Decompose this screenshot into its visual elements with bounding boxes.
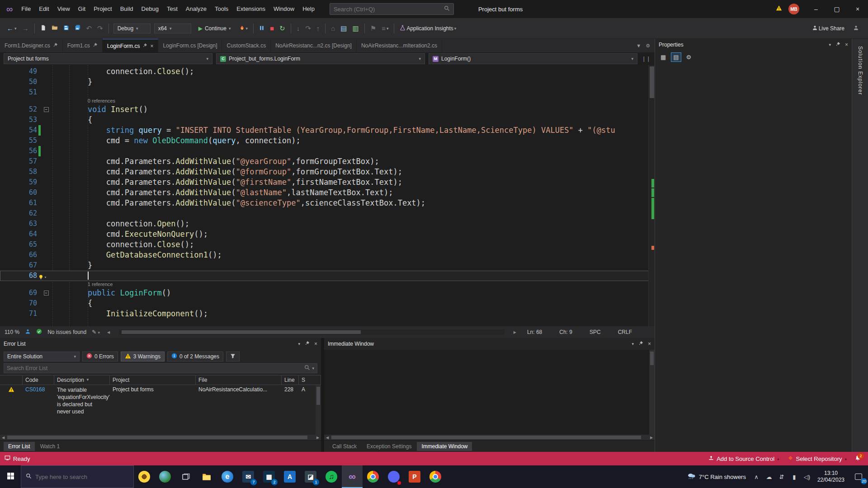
error-list-vertical-scrollbar[interactable] (316, 385, 321, 435)
code-editor[interactable]: 49 connection.Close();50 }510 references… (0, 65, 655, 326)
powerpoint[interactable]: P (404, 465, 425, 488)
column-header-Project[interactable]: Project (110, 375, 196, 385)
menu-view[interactable]: View (53, 0, 74, 18)
notification-warning-icon[interactable] (776, 5, 782, 13)
breakpoint-margin[interactable] (0, 250, 16, 260)
breakpoint-margin[interactable] (0, 66, 16, 77)
code-line-59[interactable]: 59 cmd.Parameters.AddWithValue("@firstNa… (0, 177, 655, 188)
chevron-down-icon[interactable]: ▾ (829, 42, 831, 47)
chevron-down-icon[interactable]: ▾ (312, 366, 314, 371)
immediate-window-input-area[interactable] (324, 350, 655, 435)
navigate-forward-button[interactable]: → (20, 23, 31, 34)
member-dropdown[interactable]: M LoginForm()▾ (429, 53, 637, 64)
tab-form1-cs[interactable]: Form1.cs (63, 39, 103, 52)
platform-dropdown[interactable]: x64▾ (154, 23, 191, 33)
send-feedback-icon[interactable] (853, 25, 859, 32)
pin-icon[interactable] (142, 43, 147, 49)
split-editor-icon[interactable]: ❘❘ (641, 56, 651, 62)
column-header-S[interactable]: S (299, 375, 321, 385)
code-line-55[interactable]: 55 cmd = new OleDbCommand(query, connect… (0, 136, 655, 146)
panel-tab-call-stack[interactable]: Call Stack (328, 442, 361, 451)
mail-app[interactable]: ✉7 (238, 465, 259, 488)
menu-project[interactable]: Project (90, 0, 116, 18)
start-button[interactable] (0, 465, 21, 488)
code-line-63[interactable]: 63 connection.Open(); (0, 219, 655, 229)
breakpoint-margin[interactable] (0, 87, 16, 98)
tab-noairresistanc-miteration2-cs[interactable]: NoAirResistanc...mIteration2.cs (357, 39, 442, 52)
panel-tab-error-list[interactable]: Error List (4, 442, 35, 451)
chevron-down-icon[interactable]: ▾ (632, 342, 634, 346)
app-az[interactable]: A (279, 465, 300, 488)
immediate-vertical-scrollbar[interactable] (649, 350, 655, 435)
redo-button[interactable]: ↷ (95, 23, 105, 34)
breakpoint-margin[interactable] (0, 271, 16, 281)
breakpoint-margin[interactable] (0, 219, 16, 229)
code-line-53[interactable]: 53 { (0, 115, 655, 125)
restart-button[interactable]: ↻ (277, 23, 288, 34)
tab-loginform-cs-design-[interactable]: LoginForm.cs [Design] (158, 39, 222, 52)
breakpoint-margin[interactable] (0, 208, 16, 219)
taskbar-search[interactable] (21, 465, 134, 488)
menu-help[interactable]: Help (298, 0, 319, 18)
code-line-66[interactable]: 66 GetDatabaseConnection1(); (0, 250, 655, 260)
column-header-severity[interactable] (0, 375, 23, 385)
tray-icon-2[interactable]: ☁ (763, 474, 775, 480)
app-globe[interactable] (155, 465, 175, 488)
error-list-header[interactable]: Error List ▾ × (0, 338, 321, 350)
tab-list-chevron-icon[interactable]: ▼ (636, 43, 641, 48)
stop-button[interactable]: ■ (268, 23, 276, 34)
break-all-button[interactable] (257, 23, 267, 34)
scroll-right-arrow[interactable]: ▶ (512, 330, 518, 334)
code-line-57[interactable]: 57 cmd.Parameters.AddWithValue("@yearGro… (0, 156, 655, 167)
menu-file[interactable]: File (17, 0, 35, 18)
google-chrome-2[interactable] (425, 465, 446, 488)
configuration-dropdown[interactable]: Debug▾ (113, 23, 151, 33)
tab-form1-designer-cs[interactable]: Form1.Designer.cs (0, 39, 63, 52)
save-button[interactable] (61, 23, 71, 34)
breakpoint-margin[interactable] (0, 309, 16, 319)
class-dropdown[interactable]: C Project_but_forms.LoginForm▾ (216, 53, 425, 64)
code-line-65[interactable]: 65 connection.Close(); (0, 239, 655, 250)
code-line-60[interactable]: 60 cmd.Parameters.AddWithValue("@lastNam… (0, 188, 655, 198)
fold-margin[interactable]: − (42, 288, 51, 298)
inheritance-margin-icon[interactable] (25, 328, 31, 336)
code-line-52[interactable]: 52− void Insert() (0, 104, 655, 115)
breakpoint-margin[interactable] (0, 177, 16, 188)
watch-button[interactable]: ▥ (350, 23, 361, 34)
error-search-box[interactable]: ▾ (4, 363, 317, 373)
add-to-source-control-button[interactable]: Add to Source Control ▴ (708, 455, 779, 462)
visual-studio[interactable]: ∞ (342, 465, 363, 488)
warnings-filter-button[interactable]: 3 Warnings (121, 352, 165, 361)
menu-tools[interactable]: Tools (211, 0, 232, 18)
eol-indicator[interactable]: CRLF (618, 329, 632, 335)
solution-explorer-tab[interactable]: Solution Explorer (857, 46, 863, 95)
column-header-File[interactable]: File (196, 375, 282, 385)
code-line-64[interactable]: 64 cmd.ExecuteNonQuery(); (0, 229, 655, 239)
navigate-back-button[interactable]: ←▾ (5, 23, 19, 34)
pin-icon[interactable] (638, 341, 643, 347)
breakpoint-margin[interactable] (0, 239, 16, 250)
breakpoint-margin[interactable] (0, 104, 16, 115)
find-in-files-button[interactable]: ⌂ (329, 23, 337, 34)
code-cleanup-icon[interactable]: ✎ ▾ (92, 329, 100, 335)
breakpoint-margin[interactable] (0, 288, 16, 298)
app-flower[interactable] (134, 465, 155, 488)
tray-icon-3[interactable]: ⇵ (776, 474, 788, 480)
code-line-51[interactable]: 51 (0, 87, 655, 98)
step-over-button[interactable]: ↷ (303, 23, 313, 34)
errors-filter-button[interactable]: 0 Errors (82, 352, 118, 361)
step-into-button[interactable]: ↓ (294, 23, 302, 34)
code-line-56[interactable]: 56 (0, 146, 655, 156)
undo-button[interactable]: ↶ (84, 23, 94, 34)
taskbar-search-input[interactable] (35, 474, 117, 480)
hot-reload-button[interactable]: ▾ (237, 23, 250, 34)
fold-margin[interactable]: − (42, 104, 51, 115)
select-repository-button[interactable]: Select Repository ▴ (788, 455, 847, 462)
photos-app[interactable]: ▦2 (259, 465, 279, 488)
breakpoint-margin[interactable] (0, 188, 16, 198)
step-out-button[interactable]: ↑ (314, 23, 322, 34)
breakpoint-margin[interactable] (0, 77, 16, 87)
close-button[interactable]: × (847, 0, 868, 18)
error-code-link[interactable]: CS0168 (25, 386, 45, 393)
minimize-button[interactable]: – (806, 0, 826, 18)
